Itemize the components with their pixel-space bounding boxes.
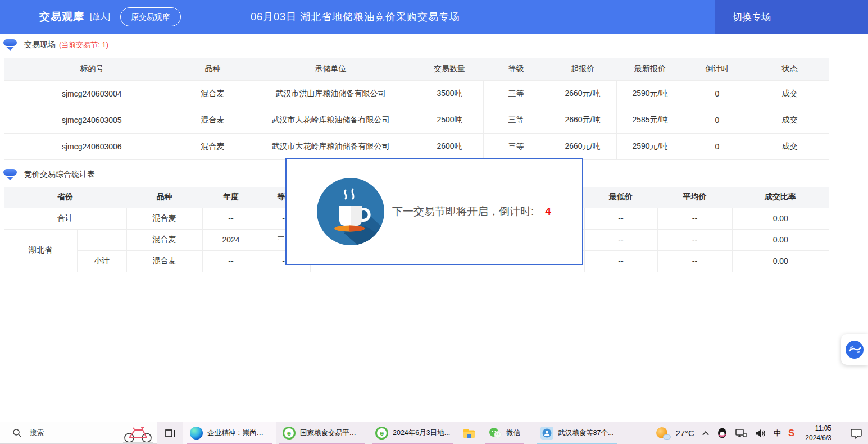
system-tray: 27°C 中 S bbox=[656, 422, 868, 444]
lot-id: sjmcg240603004 bbox=[4, 80, 180, 107]
search-label: 搜索 bbox=[30, 428, 44, 438]
task-view-icon bbox=[165, 428, 176, 439]
switch-session-button[interactable]: 切换专场 bbox=[715, 0, 868, 34]
latest-price: 2585元/吨 bbox=[616, 107, 684, 133]
province-total: 合计 bbox=[4, 208, 126, 229]
app-label: 企业精神：崇尚执... bbox=[207, 428, 269, 438]
lot-id: sjmcg240603005 bbox=[4, 107, 180, 133]
col-min-price: 最低价 bbox=[584, 187, 657, 208]
min-price: -- bbox=[584, 208, 657, 229]
coffee-cup-icon bbox=[316, 177, 385, 246]
floating-service-button[interactable] bbox=[841, 334, 868, 365]
grade: 三等 bbox=[483, 107, 549, 133]
network-icon[interactable] bbox=[735, 428, 747, 439]
table-row: sjmcg240603006 混合麦 武汉市大花岭库粮油储备有限公司 2600吨… bbox=[4, 133, 829, 159]
start-price: 2660元/吨 bbox=[549, 133, 616, 159]
avg-price: -- bbox=[657, 229, 732, 250]
grade: 三等 bbox=[483, 133, 549, 159]
min-price: -- bbox=[584, 250, 657, 272]
variety: 混合麦 bbox=[180, 107, 246, 133]
taskbar-file-explorer[interactable] bbox=[457, 422, 481, 444]
deal-ratio: 0.00 bbox=[732, 250, 829, 272]
clock-time: 11:05 bbox=[805, 424, 831, 433]
status-badge: 成交 bbox=[751, 133, 829, 159]
variety: 混合麦 bbox=[180, 133, 246, 159]
latest-price: 2590元/吨 bbox=[616, 80, 684, 107]
table-row: sjmcg240603004 混合麦 武汉市洪山库粮油储备有限公司 3500吨 … bbox=[4, 80, 829, 107]
app-label: 国家粮食交易平台... bbox=[300, 428, 362, 438]
year: -- bbox=[202, 250, 260, 272]
trade-table-header-row: 标的号 品种 承储单位 交易数量 等级 起报价 最新报价 倒计时 状态 bbox=[4, 58, 829, 80]
next-session-modal: 下一交易节即将开启，倒计时: 4 bbox=[285, 158, 583, 265]
countdown-value: 4 bbox=[545, 205, 551, 218]
dotted-divider bbox=[116, 45, 833, 45]
countdown: 0 bbox=[684, 80, 751, 107]
start-price: 2660元/吨 bbox=[549, 107, 616, 133]
taskbar-app-wechat[interactable]: 微信 bbox=[481, 422, 527, 444]
lot-id: sjmcg240603006 bbox=[4, 133, 180, 159]
app-label: 2024年6月3日地... bbox=[393, 428, 450, 438]
col-start-price: 起报价 bbox=[549, 58, 616, 80]
status-badge: 成交 bbox=[751, 107, 829, 133]
person-badge-icon bbox=[540, 427, 553, 440]
province-name: 湖北省 bbox=[4, 229, 77, 272]
folder-icon bbox=[462, 427, 476, 440]
qty: 2500吨 bbox=[416, 107, 483, 133]
start-price: 2660元/吨 bbox=[549, 80, 616, 107]
volume-icon[interactable] bbox=[755, 428, 766, 438]
deal-ratio: 0.00 bbox=[732, 208, 829, 229]
col-province: 省份 bbox=[4, 187, 126, 208]
sogou-input-icon[interactable]: S bbox=[788, 428, 794, 439]
grade: 三等 bbox=[483, 80, 549, 107]
search-highlight-bicycle-image[interactable] bbox=[122, 424, 154, 443]
latest-price: 2590元/吨 bbox=[616, 133, 684, 159]
deal-ratio: 0.00 bbox=[732, 229, 829, 250]
ime-indicator[interactable]: 中 bbox=[774, 428, 781, 438]
variety: 混合麦 bbox=[126, 250, 202, 272]
col-lot-id: 标的号 bbox=[4, 58, 180, 80]
countdown: 0 bbox=[684, 107, 751, 133]
edge-icon bbox=[190, 427, 203, 440]
taskbar-app-wuhan-grain[interactable]: 武汉粮食等87个... bbox=[534, 422, 620, 444]
variety: 混合麦 bbox=[180, 80, 246, 107]
browser-360-icon: e bbox=[375, 427, 388, 440]
qq-icon[interactable] bbox=[717, 427, 728, 439]
depot: 武汉市大花岭库粮油储备有限公司 bbox=[246, 133, 416, 159]
col-status: 状态 bbox=[751, 58, 829, 80]
taskbar-search[interactable]: 搜索 bbox=[0, 422, 157, 444]
taskbar-app-edge[interactable]: 企业精神：崇尚执... bbox=[183, 422, 276, 444]
table-row: sjmcg240603005 混合麦 武汉市大花岭库粮油储备有限公司 2500吨… bbox=[4, 107, 829, 133]
windows-taskbar: 搜索 企业精神：崇尚执... e 国家粮食交易平台... e 2024年6月3日… bbox=[0, 422, 868, 444]
col-countdown: 倒计时 bbox=[684, 58, 751, 80]
col-avg-price: 平均价 bbox=[657, 187, 732, 208]
browser-360-icon: e bbox=[283, 427, 296, 440]
notification-icon bbox=[850, 428, 862, 439]
weather-widget[interactable]: 27°C bbox=[656, 427, 694, 440]
weather-sun-icon bbox=[656, 427, 671, 440]
province-sub: 小计 bbox=[77, 250, 126, 272]
countdown-message: 下一交易节即将开启，倒计时: bbox=[392, 204, 534, 219]
province-sub bbox=[77, 229, 126, 250]
col-deal-ratio: 成交比率 bbox=[732, 187, 829, 208]
taskbar-clock[interactable]: 11:05 2024/6/3 bbox=[802, 424, 835, 442]
trade-table: 标的号 品种 承储单位 交易数量 等级 起报价 最新报价 倒计时 状态 sjmc… bbox=[4, 58, 829, 160]
current-session-indicator: (当前交易节: 1) bbox=[59, 40, 108, 50]
weather-temp: 27°C bbox=[675, 428, 694, 438]
taskbar-app-grain-platform[interactable]: e 国家粮食交易平台... bbox=[276, 422, 369, 444]
qty: 2600吨 bbox=[416, 133, 483, 159]
task-view-button[interactable] bbox=[157, 422, 183, 444]
service-icon bbox=[845, 340, 864, 359]
taskbar-gap bbox=[527, 422, 534, 444]
avg-price: -- bbox=[657, 250, 732, 272]
action-center-button[interactable] bbox=[850, 428, 862, 439]
section-badge-icon bbox=[3, 39, 17, 51]
qty: 3500吨 bbox=[416, 80, 483, 107]
app-header: 交易观摩 [放大] 原交易观摩 06月03日 湖北省地储粮油竞价采购交易专场 切… bbox=[0, 0, 868, 34]
col-grade: 等级 bbox=[483, 58, 549, 80]
show-hidden-icons-chevron[interactable] bbox=[702, 431, 710, 436]
depot: 武汉市洪山库粮油储备有限公司 bbox=[246, 80, 416, 107]
taskbar-app-session-page[interactable]: e 2024年6月3日地... bbox=[369, 422, 457, 444]
min-price: -- bbox=[584, 229, 657, 250]
wechat-icon bbox=[488, 427, 502, 440]
col-latest-price: 最新报价 bbox=[616, 58, 684, 80]
